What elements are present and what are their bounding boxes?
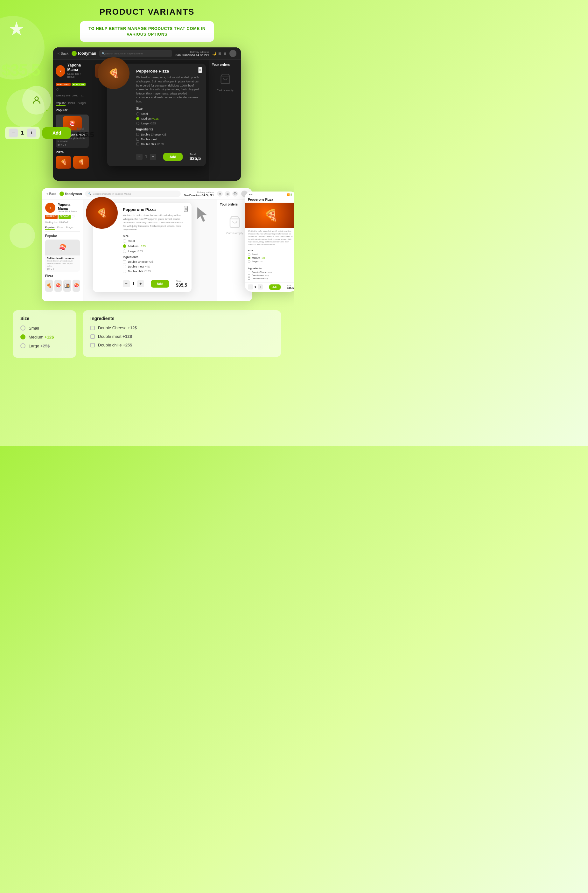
light-search-bar[interactable]: 🔍 Search products in Yapona Mama (85, 191, 181, 197)
dark-radio-large[interactable] (136, 122, 139, 125)
dark-ingredient-meat[interactable]: Double meat (136, 138, 201, 141)
mobile-add-button[interactable]: Add (269, 284, 281, 290)
light-tab-pizza[interactable]: Pizza (57, 226, 64, 230)
dark-section-popular: Popular (56, 108, 89, 112)
mobile-footer: − 1 + Add Total $35,5 (245, 282, 294, 292)
light-size-large-label: Large +25$ (128, 250, 143, 253)
mobile-checkbox-chili[interactable] (248, 277, 250, 280)
dark-qty-minus[interactable]: − (136, 154, 143, 160)
dark-checkbox-meat[interactable] (136, 138, 139, 141)
dark-ingredient-cheese[interactable]: Double Cheese +2$ (136, 133, 201, 136)
mobile-total: Total $35,5 (287, 284, 294, 290)
dark-pizza-row: 🍕 🍕 (56, 156, 89, 168)
bottom-size-medium[interactable]: Medium +12$ (20, 334, 69, 340)
dark-checkbox-chili[interactable] (136, 143, 139, 145)
mobile-qty-plus[interactable]: + (258, 284, 263, 290)
light-size-medium[interactable]: Medium +12$ (123, 244, 187, 248)
light-ingredient-meat[interactable]: Double meat +4$ (123, 265, 187, 268)
light-radio-small[interactable] (123, 239, 126, 243)
light-ingredient-cheese[interactable]: Double Cheese +2$ (123, 260, 187, 263)
dark-ingredients-section-title: Ingredients (136, 128, 201, 131)
mobile-size-medium[interactable]: Medium +12$ (248, 257, 294, 259)
dark-radio-medium[interactable] (136, 117, 139, 120)
light-back-button[interactable]: < Back (47, 192, 56, 195)
mobile-meat[interactable]: Double meat +12$ (248, 274, 294, 277)
dark-grid-icon[interactable]: ⊞ (218, 51, 221, 56)
mobile-size-small[interactable]: Small (248, 253, 294, 256)
light-cheese-label: Double Cheese +2$ (128, 260, 153, 263)
light-checkbox-cheese[interactable] (123, 260, 126, 263)
light-size-medium-label: Medium +12$ (128, 245, 146, 248)
light-restaurant-logo: Y (45, 203, 56, 213)
light-modal-close-button[interactable]: × (184, 206, 188, 212)
light-item-name: California with sesame (47, 257, 78, 260)
mobile-qty-minus[interactable]: − (248, 284, 253, 290)
dark-checkbox-cheese[interactable] (136, 133, 139, 136)
mobile-radio-large[interactable] (248, 260, 250, 263)
bottom-radio-large[interactable] (20, 343, 26, 348)
bottom-radio-small[interactable] (20, 325, 26, 331)
dark-modal-close-button[interactable]: × (198, 67, 202, 73)
light-checkbox-chili[interactable] (123, 270, 126, 273)
dark-size-medium[interactable]: Medium +12$ (136, 117, 201, 120)
mobile-status-bar: 9:41 📶🔋 (245, 191, 294, 197)
large-add-button[interactable]: Add (42, 127, 71, 139)
dark-add-button[interactable]: Add (163, 153, 183, 161)
light-heart-icon[interactable]: ♡ (72, 215, 75, 219)
dark-chili-label: Double chili +2.5$ (141, 143, 164, 146)
bottom-checkbox-meat[interactable] (90, 334, 95, 339)
light-checkbox-meat[interactable] (123, 265, 126, 268)
mobile-checkbox-cheese[interactable] (248, 271, 250, 273)
dark-monitor-icon[interactable]: 🖥 (223, 51, 226, 56)
light-chat-icon[interactable]: 💬 (232, 191, 238, 197)
light-pizza-section: Pizza 🍕 🍣 🍱 🍣 (45, 274, 80, 292)
light-size-small[interactable]: Small (123, 239, 187, 243)
bottom-cheese[interactable]: Double Cheese +12$ (90, 325, 274, 330)
bottom-size-large[interactable]: Large +25$ (20, 343, 69, 348)
mobile-large-label: Large +25$ (252, 260, 263, 263)
light-qty-minus[interactable]: − (123, 280, 130, 287)
large-qty-minus[interactable]: − (9, 129, 18, 137)
light-ingredient-chili[interactable]: Double chili +2.5$ (123, 270, 187, 273)
dark-avatar[interactable] (229, 50, 236, 57)
large-qty-plus[interactable]: + (27, 129, 36, 137)
light-topbar: < Back foodyman 🔍 Search products in Yap… (42, 188, 252, 200)
light-pizza-thumb-3: 🍱 (63, 280, 71, 292)
light-radio-large[interactable] (123, 250, 126, 253)
light-tab-burger[interactable]: Burger (66, 226, 74, 230)
dark-qty-plus[interactable]: + (150, 154, 156, 160)
dark-moon-icon[interactable]: 🌙 (212, 51, 217, 56)
mobile-radio-small[interactable] (248, 253, 250, 256)
bottom-radio-medium[interactable] (20, 334, 26, 340)
bottom-checkbox-chili[interactable] (90, 343, 95, 347)
light-tab-popular[interactable]: Popular (45, 226, 55, 230)
dark-heart-icon[interactable]: ♡ (56, 87, 59, 92)
dark-ingredient-chili[interactable]: Double chili +2.5$ (136, 143, 201, 146)
light-radio-medium[interactable] (123, 244, 126, 248)
mobile-cheese[interactable]: Double Cheese +12$ (248, 271, 294, 273)
dark-tab-popular[interactable]: Popular (56, 101, 66, 106)
bottom-meat[interactable]: Double meat +12$ (90, 334, 274, 339)
dark-back-button[interactable]: < Back (57, 51, 68, 56)
light-size-large[interactable]: Large +25$ (123, 250, 187, 253)
bottom-chili[interactable]: Double chilie +25$ (90, 343, 274, 347)
dark-search-bar[interactable]: 🔍 Search products in Yapona Menu (99, 50, 172, 57)
mobile-checkbox-meat[interactable] (248, 274, 250, 277)
dark-tab-burger[interactable]: Burger (78, 101, 86, 106)
bottom-checkbox-cheese[interactable] (90, 326, 95, 330)
light-meat-label: Double meat +4$ (128, 265, 150, 268)
mobile-radio-medium[interactable] (248, 257, 250, 259)
bottom-size-small[interactable]: Small (20, 325, 69, 331)
mobile-medium-label: Medium +12$ (252, 257, 265, 259)
light-modal-footer: − 1 + Add Total $35,5 (123, 277, 187, 287)
light-grid-icon[interactable]: ⊞ (225, 191, 230, 197)
dark-tab-pizza[interactable]: Pizza (68, 101, 75, 106)
mobile-size-large[interactable]: Large +25$ (248, 260, 294, 263)
light-star-icon[interactable]: ★ (217, 191, 223, 197)
light-add-button[interactable]: Add (151, 280, 169, 287)
light-qty-plus[interactable]: + (137, 280, 144, 287)
dark-size-large[interactable]: Large +25$ (136, 122, 201, 125)
dark-radio-small[interactable] (136, 112, 139, 116)
dark-size-small[interactable]: Small (136, 112, 201, 116)
mobile-chili[interactable]: Double chilie +3$ (248, 277, 294, 280)
